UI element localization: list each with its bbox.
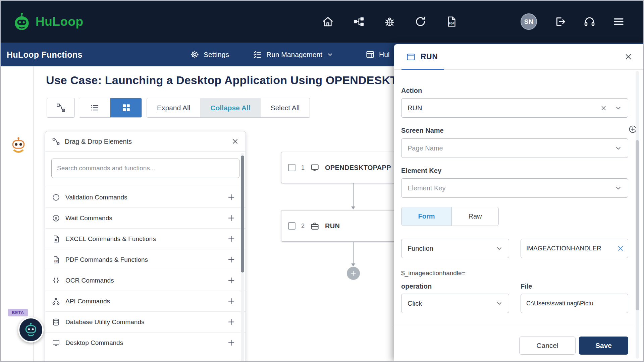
header-action-icons [554,16,625,27]
palette-category-row[interactable]: Wait Commands [45,207,246,228]
palette-category-row[interactable]: Desktop Commands [45,332,246,353]
grid-view-button[interactable] [110,98,142,117]
screen-name-placeholder: Page Name [408,144,443,152]
action-select[interactable]: RUN [401,98,628,118]
grid-icon [121,103,131,113]
chevron-down-icon [496,300,503,307]
node-checkbox[interactable] [288,222,296,230]
drag-drop-panel: Drag & Drop Elements Validation Commands… [45,131,246,362]
nav-item-huloop-truncated[interactable]: Hul [366,43,390,66]
plus-icon[interactable] [227,297,235,305]
plus-icon[interactable] [227,255,235,264]
drag-drop-panel-title: Drag & Drop Elements [65,138,132,145]
close-icon[interactable] [231,138,239,145]
save-button[interactable]: Save [579,337,628,355]
panel-scrollbar[interactable] [636,71,639,359]
menu-icon[interactable] [613,16,625,27]
run-management-label: Run Management [266,51,322,59]
checklist-icon [253,50,262,59]
briefcase-icon [310,222,319,231]
screen-name-select[interactable]: Page Name [401,138,628,158]
headset-icon[interactable] [584,16,595,27]
node-label: OPENDESKTOPAPP [325,164,391,172]
palette-category-row[interactable]: Database Utility Commands [45,311,246,332]
palette-category-row[interactable]: EXCEL Commands & Functions [45,228,246,249]
window-card-icon [406,52,416,62]
panel-scrollbar-thumb[interactable] [636,140,639,310]
expand-collapse-group: Expand All Collapse All Select All [147,98,310,118]
brand[interactable]: HuLoop [12,12,84,32]
palette-scrollbar[interactable] [241,153,244,362]
file-path-input[interactable] [521,294,628,313]
flow-icon [56,103,66,113]
collapse-all-button[interactable]: Collapse All [200,98,260,117]
plus-icon[interactable] [227,193,235,201]
form-tab[interactable]: Form [401,207,452,226]
file-label: File [521,283,532,290]
command-search [51,159,239,178]
clear-icon[interactable] [600,105,607,111]
desktop-icon [52,339,60,347]
palette-category-row[interactable]: PDF PDF Commands & Functions [45,249,246,270]
nav-item-run-management[interactable]: Run Management [253,43,333,66]
operation-select[interactable]: Click [401,294,509,313]
palette-category-label: EXCEL Commands & Functions [65,235,156,243]
palette-category-row[interactable]: Validation Commands [45,187,246,207]
workflow-icon[interactable] [353,16,365,27]
panel-title: RUN [421,52,438,61]
logout-icon[interactable] [554,16,566,27]
palette-category-row[interactable]: OCR Commands [45,270,246,291]
truncated-nav-label: Hul [379,51,390,59]
flow-connector [353,242,354,264]
command-search-input[interactable] [57,165,234,172]
pause-circle-icon [52,214,60,222]
action-label: Action [401,87,422,95]
page-title: Use Case: Launching a Desktop Applicatio… [46,74,436,87]
list-view-button[interactable] [79,98,110,117]
form-raw-toggle: Form Raw [401,207,499,226]
app-header: HuLoop PDF SN [1,1,643,43]
select-all-button[interactable]: Select All [261,98,310,117]
flow-node-opendesktopapp[interactable]: 1 OPENDESKTOPAPP [281,152,405,183]
flow-icon [52,137,60,145]
element-key-select[interactable]: Element Key [401,178,628,198]
plus-icon[interactable] [227,214,235,222]
node-checkbox[interactable] [288,164,296,171]
plus-icon[interactable] [227,339,235,347]
home-icon[interactable] [322,16,334,27]
function-select[interactable]: Function [401,239,509,258]
chevron-down-icon [327,51,333,58]
pdf-doc-icon[interactable]: PDF [445,16,457,27]
function-value-input[interactable] [521,239,628,258]
svg-text:PDF: PDF [54,260,58,262]
database-icon [52,318,60,326]
nav-item-settings[interactable]: Settings [190,43,229,66]
node-index: 2 [301,223,305,230]
settings-label: Settings [204,51,229,59]
palette-scrollbar-thumb[interactable] [241,156,244,273]
expression-text: $_imageactionhandle= [401,269,466,277]
flow-node-run[interactable]: 2 RUN [281,210,405,242]
add-step-button[interactable] [347,267,360,280]
cancel-button[interactable]: Cancel [519,337,576,355]
expand-all-button[interactable]: Expand All [147,98,200,117]
clear-icon[interactable] [617,245,624,252]
palette-category-row[interactable]: API Commands [45,291,246,311]
element-key-label: Element Key [401,167,441,175]
flow-view-button[interactable] [47,98,75,118]
sync-icon[interactable] [415,16,426,27]
header-nav-icons: PDF [322,1,457,43]
assistant-avatar-icon[interactable] [9,136,28,156]
footer-divider [394,327,644,327]
braces-icon [52,277,60,285]
plus-icon[interactable] [227,235,235,243]
chevron-down-icon [496,245,503,252]
bug-icon[interactable] [384,16,395,27]
plus-icon[interactable] [227,276,235,285]
header-right: SN [521,1,625,43]
raw-tab[interactable]: Raw [452,207,498,226]
close-icon[interactable] [624,53,633,61]
user-avatar[interactable]: SN [521,13,537,30]
chat-assistant-button[interactable] [18,317,44,343]
plus-icon[interactable] [227,318,235,326]
